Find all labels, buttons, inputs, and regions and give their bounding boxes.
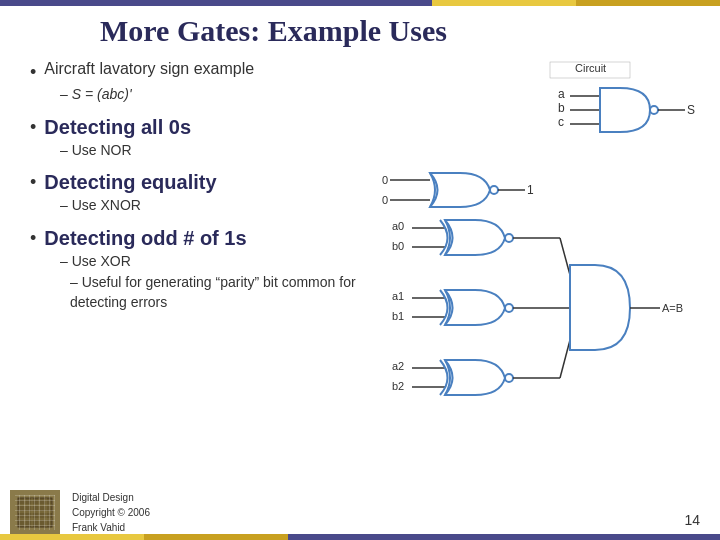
bullet-4-subs: Use XOR Useful for generating “parity” b… (60, 252, 370, 313)
bullet-dot-4: • (30, 228, 36, 249)
copyright-line2: Copyright © 2006 (72, 505, 150, 520)
svg-text:S: S (687, 103, 695, 117)
bullet-dot-3: • (30, 172, 36, 193)
footer-logo (10, 490, 60, 535)
svg-text:0: 0 (382, 174, 388, 186)
bullet-3-main: • Detecting equality (30, 170, 370, 194)
svg-point-30 (505, 304, 513, 312)
bullet-3-sub-1: Use XNOR (60, 196, 370, 216)
content-area: • Aircraft lavatory sign example S = (ab… (30, 60, 700, 480)
footer: Digital Design Copyright © 2006 Frank Va… (0, 485, 720, 540)
copyright-line3: Frank Vahid (72, 520, 150, 535)
svg-text:b: b (558, 101, 565, 115)
bullet-4: • Detecting odd # of 1s Use XOR Useful f… (30, 226, 370, 313)
bullet-2: • Detecting all 0s Use NOR (30, 115, 370, 161)
svg-text:A=B: A=B (662, 302, 683, 314)
bullet-2-main: • Detecting all 0s (30, 115, 370, 139)
left-column: • Aircraft lavatory sign example S = (ab… (30, 60, 370, 319)
svg-rect-42 (18, 498, 52, 527)
copyright-line1: Digital Design (72, 490, 150, 505)
svg-line-36 (560, 238, 570, 275)
bullet-1: • Aircraft lavatory sign example S = (ab… (30, 60, 370, 105)
accent-bar-top (0, 0, 720, 6)
svg-point-8 (650, 106, 658, 114)
bullet-1-text: Aircraft lavatory sign example (44, 60, 254, 78)
bullet-4-text: Detecting odd # of 1s (44, 226, 246, 250)
svg-point-34 (505, 374, 513, 382)
bullet-dot-1: • (30, 62, 36, 83)
svg-text:b0: b0 (392, 240, 404, 252)
svg-text:c: c (558, 115, 564, 129)
circuit-diagram-top: Circuit a b c S (390, 60, 700, 150)
svg-point-15 (490, 186, 498, 194)
svg-text:b1: b1 (392, 310, 404, 322)
bullet-dot-2: • (30, 117, 36, 138)
svg-text:a: a (558, 87, 565, 101)
footer-accent-bar (0, 534, 720, 540)
bullet-2-sub-1: Use NOR (60, 141, 370, 161)
page-title: More Gates: Example Uses (100, 14, 447, 48)
bullet-4-sub-1: Use XOR (60, 252, 370, 272)
svg-text:b2: b2 (392, 380, 404, 392)
svg-rect-41 (10, 490, 60, 535)
bullet-4-main: • Detecting odd # of 1s (30, 226, 370, 250)
footer-copyright: Digital Design Copyright © 2006 Frank Va… (72, 490, 150, 535)
bullet-2-subs: Use NOR (60, 141, 370, 161)
bullet-4-sub-2: Useful for generating “parity” bit commo… (70, 273, 370, 312)
page: More Gates: Example Uses • Aircraft lava… (0, 0, 720, 540)
bullet-3-subs: Use XNOR (60, 196, 370, 216)
svg-point-26 (505, 234, 513, 242)
svg-line-38 (560, 340, 570, 378)
bullet-1-sub-1: S = (abc)' (60, 85, 370, 105)
svg-text:a0: a0 (392, 220, 404, 232)
svg-text:Circuit: Circuit (575, 62, 606, 74)
page-number: 14 (684, 512, 700, 528)
svg-text:0: 0 (382, 194, 388, 206)
bullet-2-text: Detecting all 0s (44, 115, 191, 139)
svg-text:a2: a2 (392, 360, 404, 372)
svg-text:1: 1 (527, 183, 534, 197)
bullet-3: • Detecting equality Use XNOR (30, 170, 370, 216)
bullet-1-subs: S = (abc)' (60, 85, 370, 105)
circuit-diagram-equality: a0 b0 a1 b1 a2 b2 (390, 200, 700, 430)
bullet-3-text: Detecting equality (44, 170, 216, 194)
svg-text:a1: a1 (392, 290, 404, 302)
bullet-1-main: • Aircraft lavatory sign example (30, 60, 370, 83)
